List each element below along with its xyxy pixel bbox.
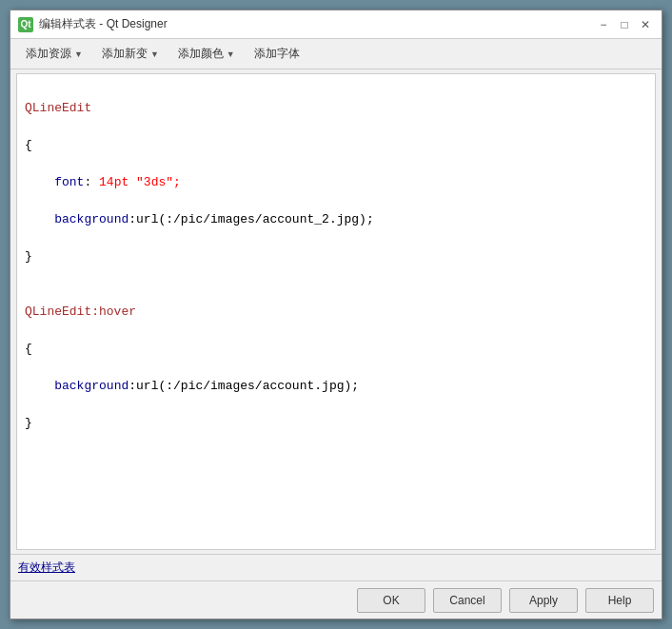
bottom-buttons: OK Cancel Apply Help	[10, 580, 662, 619]
status-bar: 有效样式表	[10, 554, 662, 580]
add-color-arrow: ▼	[227, 49, 235, 59]
val-bg-1: url(:/pic/images/account_2.jpg);	[136, 212, 374, 226]
brace-close-2: }	[25, 416, 32, 430]
add-color-label: 添加颜色	[178, 46, 224, 62]
help-button[interactable]: Help	[585, 588, 654, 613]
title-bar-left: Qt 编辑样式表 - Qt Designer	[18, 16, 168, 32]
brace-open-2: {	[25, 342, 32, 356]
prop-bg-1: background	[54, 212, 128, 226]
add-font-label: 添加字体	[254, 46, 300, 62]
maximize-button[interactable]: □	[616, 16, 633, 33]
title-bar: Qt 编辑样式表 - Qt Designer − □ ✕	[10, 10, 662, 39]
line-4: background:url(:/pic/images/account_2.jp…	[25, 210, 647, 229]
code-editor[interactable]: QLineEdit { font: 14pt "3ds"; background…	[16, 73, 656, 550]
add-gradient-button[interactable]: 添加新变 ▼	[94, 43, 167, 65]
title-bar-buttons: − □ ✕	[595, 16, 654, 33]
val-font: 14pt "3ds";	[91, 175, 181, 189]
add-gradient-label: 添加新变	[102, 46, 148, 62]
minimize-button[interactable]: −	[595, 16, 612, 33]
colon-2: :	[128, 212, 136, 226]
apply-button[interactable]: Apply	[509, 588, 578, 613]
line-10: }	[25, 414, 647, 433]
add-resource-button[interactable]: 添加资源 ▼	[18, 43, 90, 65]
brace-close-1: }	[25, 249, 32, 264]
add-resource-label: 添加资源	[26, 46, 71, 62]
line-7: QLineEdit:hover	[25, 303, 647, 322]
add-resource-arrow: ▼	[74, 49, 83, 59]
main-window: Qt 编辑样式表 - Qt Designer − □ ✕ 添加资源 ▼ 添加新变…	[10, 10, 662, 619]
line-9: background:url(:/pic/images/account.jpg)…	[25, 377, 647, 396]
status-label: 有效样式表	[18, 560, 75, 576]
val-bg-2: url(:/pic/images/account.jpg);	[136, 379, 359, 393]
cancel-button[interactable]: Cancel	[433, 588, 502, 613]
brace-open-1: {	[25, 138, 32, 152]
app-icon: Qt	[18, 17, 33, 32]
selector-1: QLineEdit	[25, 101, 91, 115]
add-color-button[interactable]: 添加颜色 ▼	[170, 43, 243, 65]
window-title: 编辑样式表 - Qt Designer	[39, 16, 168, 32]
add-font-button[interactable]: 添加字体	[247, 43, 307, 65]
line-5: }	[25, 247, 647, 266]
colon-3: :	[128, 379, 136, 393]
line-2: {	[25, 136, 647, 155]
selector-2: QLineEdit:hover	[25, 305, 136, 319]
close-button[interactable]: ✕	[637, 16, 654, 33]
ok-button[interactable]: OK	[357, 588, 425, 613]
line-3: font: 14pt "3ds";	[25, 173, 647, 192]
toolbar: 添加资源 ▼ 添加新变 ▼ 添加颜色 ▼ 添加字体	[10, 39, 662, 69]
add-gradient-arrow: ▼	[150, 49, 159, 59]
line-8: {	[25, 340, 647, 359]
prop-font: font	[54, 175, 84, 189]
prop-bg-2: background	[54, 379, 128, 393]
line-1: QLineEdit	[25, 99, 647, 118]
